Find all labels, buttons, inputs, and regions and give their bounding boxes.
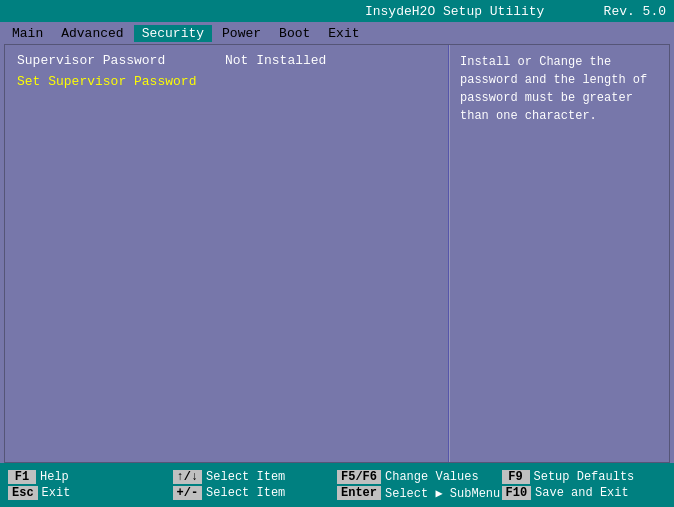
title-bar: InsydeH2O Setup Utility Rev. 5.0 [0,0,674,22]
main-content: Supervisor Password Not Installed Set Su… [4,44,670,463]
bottom-row-f1: F1 Help [8,470,173,484]
f5f6-key: F5/F6 [337,470,381,484]
f5f6-desc: Change Values [385,470,479,484]
plusminus-key: +/- [173,486,203,500]
left-panel: Supervisor Password Not Installed Set Su… [5,45,449,462]
supervisor-password-label: Supervisor Password [17,53,217,68]
bottom-row-esc: Esc Exit [8,486,173,500]
set-supervisor-row[interactable]: Set Supervisor Password [17,74,436,89]
f10-desc: Save and Exit [535,486,629,500]
bottom-section-4: F9 Setup Defaults F10 Save and Exit [502,470,667,500]
bottom-bar: F1 Help Esc Exit ↑/↓ Select Item +/- Sel… [0,463,674,507]
menu-item-main[interactable]: Main [4,25,51,42]
esc-key: Esc [8,486,38,500]
supervisor-password-value: Not Installed [225,53,326,68]
menu-bar: MainAdvancedSecurityPowerBootExit [0,22,674,44]
f1-desc: Help [40,470,69,484]
bios-setup-utility: InsydeH2O Setup Utility Rev. 5.0 MainAdv… [0,0,674,507]
bottom-section-2: ↑/↓ Select Item +/- Select Item [173,470,338,500]
bottom-row-enter: Enter Select ▶ SubMenu [337,486,502,501]
bottom-row-f9: F9 Setup Defaults [502,470,667,484]
enter-desc: Select ▶ SubMenu [385,486,500,501]
bottom-section-3: F5/F6 Change Values Enter Select ▶ SubMe… [337,470,502,501]
set-supervisor-label[interactable]: Set Supervisor Password [17,74,196,89]
bottom-row-f10: F10 Save and Exit [502,486,667,500]
title-text: InsydeH2O Setup Utility [306,4,604,19]
enter-key: Enter [337,486,381,500]
bottom-row-plusminus: +/- Select Item [173,486,338,500]
f9-key: F9 [502,470,530,484]
rev-text: Rev. 5.0 [604,4,666,19]
menu-item-security[interactable]: Security [134,25,212,42]
menu-item-boot[interactable]: Boot [271,25,318,42]
esc-desc: Exit [42,486,71,500]
supervisor-password-row: Supervisor Password Not Installed [17,53,436,68]
menu-item-advanced[interactable]: Advanced [53,25,131,42]
menu-item-power[interactable]: Power [214,25,269,42]
f1-key: F1 [8,470,36,484]
plusminus-desc: Select Item [206,486,285,500]
bottom-section-1: F1 Help Esc Exit [8,470,173,500]
bottom-row-f5f6: F5/F6 Change Values [337,470,502,484]
right-panel: Install or Change the password and the l… [449,45,669,462]
updown-desc: Select Item [206,470,285,484]
updown-key: ↑/↓ [173,470,203,484]
help-text: Install or Change the password and the l… [460,53,659,125]
menu-item-exit[interactable]: Exit [320,25,367,42]
f9-desc: Setup Defaults [534,470,635,484]
f10-key: F10 [502,486,532,500]
bottom-row-updown: ↑/↓ Select Item [173,470,338,484]
